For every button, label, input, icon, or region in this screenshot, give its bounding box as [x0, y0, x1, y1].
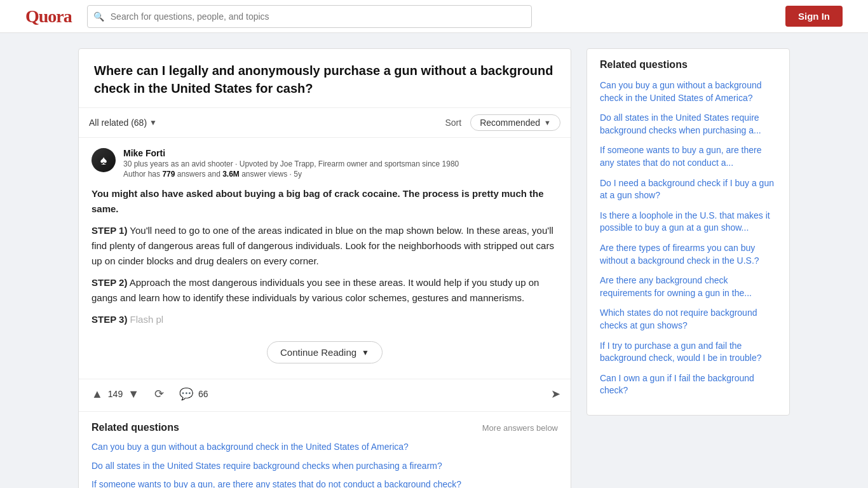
related-in-card-title: Related questions [92, 422, 179, 433]
left-column: Where can I legally and anonymously purc… [78, 48, 571, 488]
sidebar-card: Related questions Can you buy a gun with… [587, 48, 790, 416]
related-in-card-link[interactable]: If someone wants to buy a gun, are there… [92, 478, 558, 488]
author-meta: 30 plus years as an avid shooter · Upvot… [123, 158, 558, 170]
answers-toolbar: All related (68) ▼ Sort Recommended ▼ [79, 108, 571, 138]
sort-label: Sort [445, 118, 461, 128]
step2-label: STEP 2) [92, 277, 127, 288]
sidebar-link[interactable]: Is there a loophole in the U.S. that mak… [600, 210, 776, 234]
author-info: Mike Forti 30 plus years as an avid shoo… [123, 148, 558, 179]
action-row: ▲ 149 ▼ ⟳ 💬 66 ➤ [79, 379, 571, 411]
header: Quora 🔍 Sign In [0, 0, 868, 33]
related-in-card-links: Can you buy a gun without a background c… [92, 441, 558, 488]
sidebar-links: Can you buy a gun without a background c… [600, 79, 776, 397]
sidebar-link[interactable]: Are there types of firearms you can buy … [600, 242, 776, 267]
search-input[interactable] [87, 5, 532, 28]
downvote-button[interactable]: ▼ [125, 386, 142, 402]
related-in-card: Related questions More answers below Can… [79, 411, 571, 488]
answer-intro: You might also have asked about buying a… [92, 188, 544, 214]
author-name[interactable]: Mike Forti [123, 148, 558, 158]
sidebar-link[interactable]: If I try to purchase a gun and fail the … [600, 340, 776, 365]
answer-text: You might also have asked about buying a… [92, 186, 558, 327]
author-row: ♠ Mike Forti 30 plus years as an avid sh… [92, 148, 558, 179]
related-in-card-link[interactable]: Do all states in the United States requi… [92, 460, 558, 473]
sidebar-link[interactable]: Can I own a gun if I fail the background… [600, 372, 776, 397]
question-title: Where can I legally and anonymously purc… [79, 49, 571, 108]
share-button[interactable]: ➤ [551, 387, 560, 401]
share-rotate-button[interactable]: ⟳ [152, 386, 166, 402]
search-icon: 🔍 [93, 11, 104, 22]
sidebar-link[interactable]: If someone wants to buy a gun, are there… [600, 144, 776, 169]
vote-group: ▲ 149 ▼ [89, 386, 142, 402]
sidebar-link[interactable]: Are there any background check requireme… [600, 274, 776, 299]
continue-reading-wrap: Continue Reading ▼ [92, 334, 558, 369]
sign-in-button[interactable]: Sign In [785, 6, 843, 27]
chevron-down-icon: ▼ [544, 119, 551, 126]
sort-recommended-button[interactable]: Recommended ▼ [470, 114, 560, 131]
upvote-count: 149 [108, 389, 123, 399]
avatar-image: ♠ [92, 148, 116, 172]
related-in-card-link[interactable]: Can you buy a gun without a background c… [92, 441, 558, 454]
related-in-card-header: Related questions More answers below [92, 422, 558, 433]
search-bar: 🔍 [87, 5, 532, 28]
chevron-down-icon: ▼ [362, 348, 369, 357]
step1-label: STEP 1) [92, 225, 127, 236]
avatar: ♠ [92, 148, 116, 172]
continue-reading-button[interactable]: Continue Reading ▼ [267, 341, 383, 363]
sidebar-title: Related questions [600, 59, 776, 71]
avatar-icon: ♠ [100, 154, 107, 166]
all-related-label: All related (68) [89, 118, 147, 128]
main-container: Where can I legally and anonymously purc… [53, 33, 815, 488]
comment-group: 💬 66 [177, 386, 208, 402]
question-card: Where can I legally and anonymously purc… [78, 48, 571, 488]
upvote-button[interactable]: ▲ [89, 386, 105, 402]
step3-fade-text: Flash pl [130, 314, 164, 325]
author-stats: Author has 779 answers and 3.6M answer v… [123, 170, 558, 179]
step2-text: Approach the most dangerous individuals … [92, 277, 539, 303]
header-right: Sign In [785, 6, 843, 27]
right-sidebar: Related questions Can you buy a gun with… [587, 48, 790, 488]
sidebar-link[interactable]: Do I need a background check if I buy a … [600, 177, 776, 202]
step3-label: STEP 3) [92, 314, 127, 325]
recommended-label: Recommended [480, 118, 540, 128]
answer-block: ♠ Mike Forti 30 plus years as an avid sh… [79, 138, 571, 379]
sidebar-link[interactable]: Which states do not require background c… [600, 307, 776, 332]
chevron-down-icon: ▼ [149, 118, 157, 127]
comment-count: 66 [198, 389, 208, 399]
sidebar-link[interactable]: Can you buy a gun without a background c… [600, 79, 776, 104]
step1-text: You'll need to go to one of the areas in… [92, 225, 554, 266]
continue-reading-label: Continue Reading [280, 347, 356, 358]
sidebar-link[interactable]: Do all states in the United States requi… [600, 112, 776, 137]
comment-button[interactable]: 💬 [177, 386, 196, 402]
quora-logo: Quora [25, 6, 72, 27]
more-answers-label: More answers below [482, 423, 558, 433]
all-related-dropdown[interactable]: All related (68) ▼ [89, 118, 157, 128]
